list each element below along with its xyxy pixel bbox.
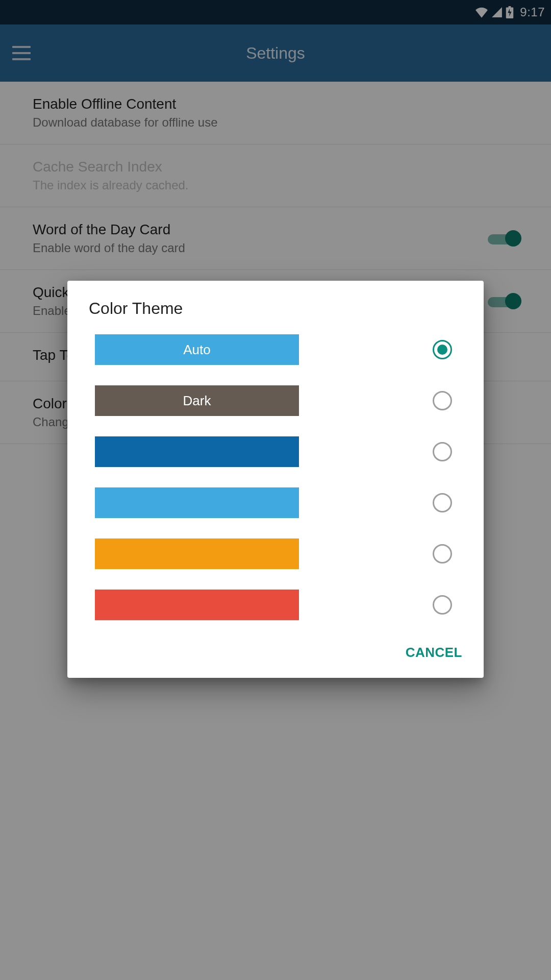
radio-button[interactable] — [433, 595, 452, 615]
color-swatch — [95, 436, 299, 467]
dialog-actions: CANCEL — [67, 635, 484, 673]
color-theme-option[interactable] — [95, 590, 462, 620]
color-swatch: Dark — [95, 385, 299, 416]
radio-button[interactable] — [433, 544, 452, 564]
radio-button[interactable] — [433, 391, 452, 410]
color-theme-option[interactable]: Dark — [95, 385, 462, 416]
color-swatch: Auto — [95, 334, 299, 365]
dialog-title: Color Theme — [67, 281, 484, 329]
color-theme-option[interactable] — [95, 436, 462, 467]
color-theme-dialog: Color Theme AutoDark CANCEL — [67, 281, 484, 678]
color-theme-option[interactable] — [95, 538, 462, 569]
radio-button[interactable] — [433, 493, 452, 512]
color-swatch — [95, 487, 299, 518]
color-swatch — [95, 590, 299, 620]
color-theme-option[interactable]: Auto — [95, 334, 462, 365]
color-theme-option[interactable] — [95, 487, 462, 518]
dialog-options: AutoDark — [67, 329, 484, 635]
radio-button[interactable] — [433, 442, 452, 461]
radio-button[interactable] — [433, 340, 452, 359]
color-swatch — [95, 538, 299, 569]
cancel-button[interactable]: CANCEL — [406, 645, 462, 660]
